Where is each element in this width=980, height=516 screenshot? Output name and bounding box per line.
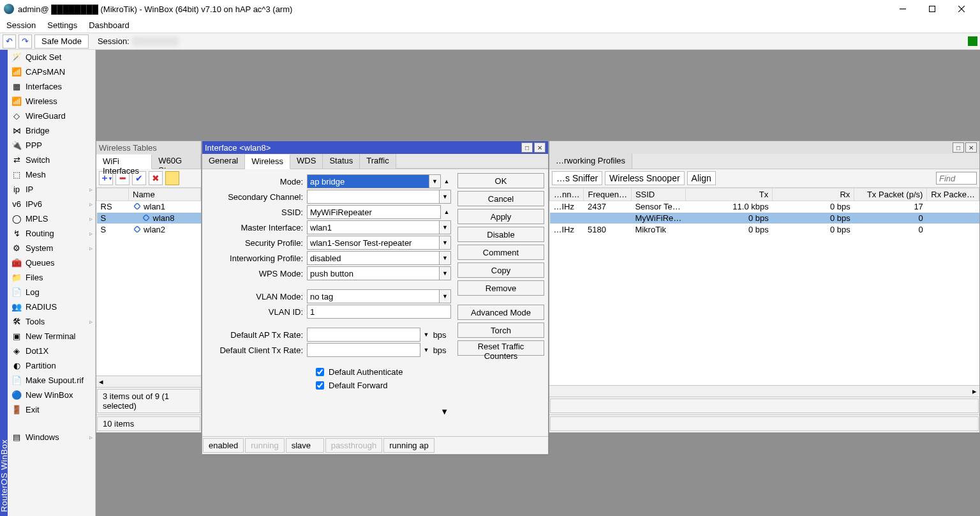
cancel-button[interactable]: Cancel [457, 191, 544, 206]
ssid-field[interactable] [307, 205, 441, 219]
sniffer-button[interactable]: …s Sniffer [552, 171, 602, 185]
sidebar-item-new-winbox[interactable]: 🔵New WinBox [8, 388, 95, 402]
sidebar-item-wireless[interactable]: 📶Wireless [8, 94, 95, 109]
ok-button[interactable]: OK [457, 173, 544, 188]
master-dropdown-icon[interactable]: ▼ [440, 220, 451, 234]
maximize-button[interactable] [917, 0, 947, 18]
sidebar-item-capsman[interactable]: 📶CAPsMAN [8, 64, 95, 79]
table-row[interactable]: S wlan2 [97, 224, 201, 236]
scroll-down-icon[interactable]: ▼ [440, 407, 449, 416]
table-row[interactable]: …IHz2437Sensor Te…11.0 kbps0 bps17 [550, 201, 979, 213]
wireless-tables-window-left[interactable]: Wireless Tables WiFi Interfaces W60G Sta… [96, 140, 202, 433]
wps-mode-field[interactable] [307, 266, 440, 280]
security-profile-dropdown-icon[interactable]: ▼ [440, 236, 451, 250]
minimize-button[interactable] [888, 0, 917, 18]
wireless-tables-title[interactable]: Wireless Tables [96, 141, 201, 154]
sidebar-item-switch[interactable]: ⇄Switch [8, 153, 95, 167]
tab-interworking-profiles[interactable]: …rworking Profiles [549, 154, 632, 169]
window-close-icon[interactable]: ✕ [965, 142, 977, 153]
window-restore-icon[interactable]: □ [953, 142, 964, 153]
security-profile-field[interactable] [307, 236, 440, 250]
tab-status[interactable]: Status [323, 154, 360, 169]
tab-w60g[interactable]: W60G Sta… [152, 154, 201, 169]
sidebar-item-new-terminal[interactable]: ▣New Terminal [8, 329, 95, 344]
mode-up-icon[interactable]: ▲ [442, 174, 451, 188]
sidebar-item-radius[interactable]: 👥RADIUS [8, 300, 95, 314]
comment-row-button[interactable] [165, 171, 179, 185]
client-rate-down-icon[interactable]: ▼ [422, 343, 431, 357]
tab-traffic[interactable]: Traffic [360, 154, 396, 169]
wps-dropdown-icon[interactable]: ▼ [440, 266, 451, 280]
sidebar-item-make-supout-rif[interactable]: 📄Make Supout.rif [8, 373, 95, 388]
sidebar-item-mpls[interactable]: ◯MPLS▹ [8, 211, 95, 226]
table-row[interactable]: …IHz5180MikroTik0 bps0 bps0 [550, 224, 979, 236]
menu-session[interactable]: Session [6, 20, 36, 30]
tab-wifi-interfaces[interactable]: WiFi Interfaces [96, 155, 152, 169]
sidebar-item-exit[interactable]: 🚪Exit [8, 402, 95, 417]
sidebar-item-mesh[interactable]: ⬚Mesh [8, 167, 95, 182]
redo-button[interactable]: ↷ [19, 34, 32, 49]
ssid-collapse-icon[interactable]: ▲ [442, 205, 451, 219]
sidebar-item-bridge[interactable]: ⋈Bridge [8, 123, 95, 138]
sidebar-item-windows[interactable]: ▤Windows▹ [8, 430, 95, 444]
sidebar-item-dot1x[interactable]: ◈Dot1X [8, 344, 95, 358]
interface-dialog[interactable]: Interface <wlan8> □ ✕ General Wireless W… [202, 140, 549, 455]
reset-traffic-counters-button[interactable]: Reset Traffic Counters [457, 340, 544, 356]
table-row[interactable]: S wlan8 [97, 213, 201, 224]
advanced-mode-button[interactable]: Advanced Mode [457, 305, 544, 320]
vlan-mode-dropdown-icon[interactable]: ▼ [440, 289, 451, 303]
master-interface-field[interactable] [307, 220, 440, 234]
vlan-id-field[interactable] [307, 305, 451, 319]
wireless-tables-title-right[interactable]: □ ✕ [549, 141, 979, 154]
comment-button[interactable]: Comment [457, 245, 544, 260]
remove-button[interactable]: Remove [457, 280, 544, 296]
ap-rate-down-icon[interactable]: ▼ [422, 328, 431, 342]
mode-dropdown-icon[interactable]: ▼ [429, 174, 441, 188]
align-button[interactable]: Align [687, 171, 716, 185]
interface-dialog-title[interactable]: Interface <wlan8> □ ✕ [202, 141, 548, 154]
close-button[interactable] [947, 0, 976, 18]
copy-button[interactable]: Copy [457, 262, 544, 278]
sidebar-item-ipv6[interactable]: v6IPv6▹ [8, 197, 95, 211]
snooper-button[interactable]: Wireless Snooper [605, 171, 685, 185]
sidebar-item-tools[interactable]: 🛠Tools▹ [8, 314, 95, 329]
find-input[interactable] [936, 172, 977, 185]
tab-general[interactable]: General [202, 154, 245, 169]
table-row[interactable]: MyWiFiRe…0 bps0 bps0 [550, 213, 979, 224]
undo-button[interactable]: ↶ [3, 34, 16, 49]
sidebar-item-wireguard[interactable]: ◇WireGuard [8, 109, 95, 123]
tab-wireless[interactable]: Wireless [245, 155, 290, 169]
disable-button[interactable]: ✖ [149, 171, 163, 185]
torch-button[interactable]: Torch [457, 322, 544, 338]
sidebar-item-quick-set[interactable]: 🪄Quick Set [8, 50, 95, 64]
secondary-channel-field[interactable] [307, 190, 440, 204]
wireless-tables-window-right[interactable]: □ ✕ …rworking Profiles …s Sniffer Wirele… [549, 140, 980, 433]
sidebar-item-ip[interactable]: ipIP▹ [8, 182, 95, 197]
default-forward-checkbox[interactable] [316, 381, 324, 390]
default-authenticate-checkbox[interactable] [316, 368, 324, 376]
vlan-mode-field[interactable] [307, 289, 440, 303]
ap-tx-rate-field[interactable] [307, 328, 420, 342]
mode-field[interactable] [307, 174, 429, 188]
disable-button[interactable]: Disable [457, 227, 544, 242]
sidebar-item-queues[interactable]: 🧰Queues [8, 255, 95, 270]
client-tx-rate-field[interactable] [307, 343, 420, 357]
sidebar-item-files[interactable]: 📁Files [8, 270, 95, 285]
interface-list-left[interactable]: Name RS wlan1S wlan8S wlan2 [96, 188, 201, 376]
interface-list-right[interactable]: …nn… Frequen… SSID Tx Rx Tx Packet (p/s)… [549, 188, 979, 385]
sidebar-item-ppp[interactable]: 🔌PPP [8, 138, 95, 153]
apply-button[interactable]: Apply [457, 209, 544, 224]
dialog-close-icon[interactable]: ✕ [534, 142, 546, 153]
sidebar-item-routing[interactable]: ↯Routing▹ [8, 226, 95, 241]
safe-mode-button[interactable]: Safe Mode [34, 34, 89, 49]
sidebar-item-system[interactable]: ⚙System▹ [8, 241, 95, 255]
menu-dashboard[interactable]: Dashboard [89, 20, 130, 30]
menu-settings[interactable]: Settings [47, 20, 77, 30]
sidebar-item-log[interactable]: 📄Log [8, 285, 95, 300]
secondary-channel-dropdown-icon[interactable]: ▼ [440, 190, 451, 204]
dialog-restore-icon[interactable]: □ [521, 142, 533, 153]
sidebar-item-partition[interactable]: ◐Partition [8, 358, 95, 373]
interworking-profile-field[interactable] [307, 251, 440, 265]
tab-wds[interactable]: WDS [290, 154, 323, 169]
interworking-dropdown-icon[interactable]: ▼ [440, 251, 451, 265]
